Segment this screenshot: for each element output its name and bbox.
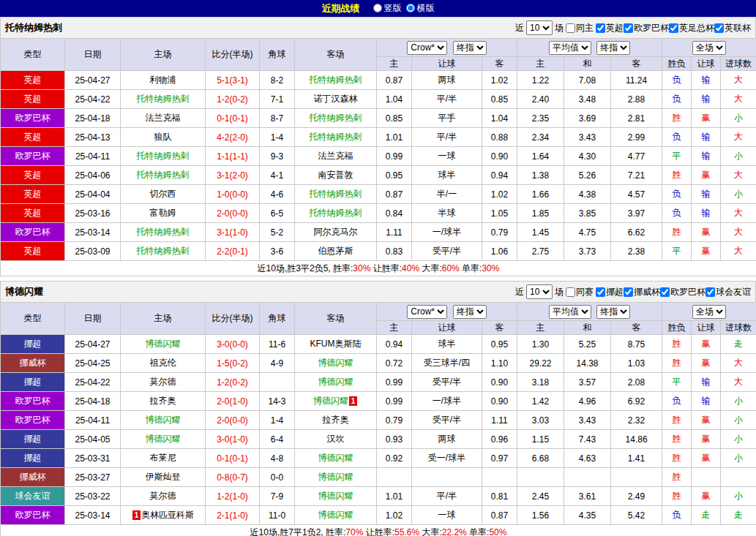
team-name[interactable]: 博德闪耀 <box>121 335 206 354</box>
same-filter[interactable]: 同主 <box>566 22 594 34</box>
team-name[interactable]: 托特纳姆热刺 <box>121 166 206 185</box>
avg-select[interactable]: 平均值 <box>549 305 591 319</box>
league-filter[interactable]: 英联杯 <box>714 22 751 34</box>
avg-select[interactable]: 平均值 <box>549 41 591 55</box>
league-filter[interactable]: 欧罗巴杯 <box>660 286 706 298</box>
team-name[interactable]: 祖克伦 <box>121 354 206 373</box>
layout-option[interactable]: 竖版 <box>373 2 402 15</box>
scope-select[interactable]: 全场 <box>692 41 726 55</box>
team-name[interactable]: 拉齐奥 <box>121 392 206 411</box>
team-name[interactable]: 拉齐奥 <box>295 411 377 430</box>
odds-final-select[interactable]: 终指 <box>453 41 487 55</box>
team-name[interactable]: KFUM奥斯陆 <box>295 335 377 354</box>
league-checkbox[interactable] <box>624 287 633 297</box>
match-score[interactable]: 4-2(2-0) <box>206 128 260 147</box>
match-score[interactable]: 2-0(0-0) <box>206 204 260 223</box>
team-name[interactable]: 博德闪耀 <box>121 430 206 449</box>
result-goals: 大 <box>721 166 756 185</box>
team-name[interactable]: 博德闪耀 <box>295 506 377 525</box>
league-filter[interactable]: 挪超 <box>596 286 624 298</box>
team-name[interactable]: 切尔西 <box>121 185 206 204</box>
match-score[interactable]: 1-2(1-0) <box>206 487 260 506</box>
team-name[interactable]: 南安普敦 <box>295 166 377 185</box>
league-checkbox[interactable] <box>706 287 715 297</box>
same-checkbox[interactable] <box>566 287 575 297</box>
team-name[interactable]: 法兰克福 <box>121 109 206 128</box>
team-name[interactable]: 博德闪耀1 <box>295 392 377 411</box>
layout-radio[interactable] <box>373 4 382 12</box>
team-name[interactable]: 托特纳姆热刺 <box>121 147 206 166</box>
team-name[interactable]: 博德闪耀 <box>121 411 206 430</box>
team-name[interactable]: 托特纳姆热刺 <box>295 109 377 128</box>
team-name[interactable]: 托特纳姆热刺 <box>121 90 206 109</box>
team-name[interactable]: 1奥林匹亚科斯 <box>121 506 206 525</box>
match-score[interactable]: 3-0(0-0) <box>206 335 260 354</box>
games-count-select[interactable]: 10 <box>526 20 553 35</box>
team-name[interactable]: 伯恩茅斯 <box>295 242 377 261</box>
match-score[interactable]: 1-1(1-1) <box>206 147 260 166</box>
team-name[interactable]: 阿尔克马尔 <box>295 223 377 242</box>
team-name[interactable]: 狼队 <box>121 128 206 147</box>
odds-company-select[interactable]: Crow* <box>407 41 447 55</box>
league-checkbox[interactable] <box>624 23 633 33</box>
league-filter[interactable]: 英超 <box>596 22 624 34</box>
team-name[interactable]: 博德闪耀 <box>295 449 377 468</box>
team-name[interactable]: 法兰克福 <box>295 147 377 166</box>
team-name[interactable]: 托特纳姆热刺 <box>121 242 206 261</box>
match-score[interactable]: 2-0(1-0) <box>206 392 260 411</box>
team-name[interactable]: 博德闪耀 <box>295 354 377 373</box>
layout-radio[interactable] <box>406 4 415 12</box>
team-name[interactable]: 博德闪耀 <box>295 373 377 392</box>
odds-final-select[interactable]: 终指 <box>453 305 487 319</box>
team-name[interactable]: 托特纳姆热刺 <box>295 71 377 90</box>
team-name[interactable]: 莫尔德 <box>121 373 206 392</box>
league-filter[interactable]: 挪威杯 <box>624 286 660 298</box>
match-score[interactable]: 0-1(0-1) <box>206 109 260 128</box>
same-filter[interactable]: 同赛 <box>566 286 594 298</box>
league-checkbox[interactable] <box>714 23 724 33</box>
team-name[interactable]: 博德闪耀 <box>295 468 377 487</box>
summary-part: 70% <box>345 527 363 536</box>
match-score[interactable]: 0-1(0-1) <box>206 449 260 468</box>
team-name[interactable]: 托特纳姆热刺 <box>295 128 377 147</box>
league-checkbox[interactable] <box>596 287 605 297</box>
match-score[interactable]: 1-5(0-2) <box>206 354 260 373</box>
avg-final-select[interactable]: 终指 <box>596 41 630 55</box>
team-name[interactable]: 利物浦 <box>121 71 206 90</box>
match-score[interactable]: 3-1(2-0) <box>206 166 260 185</box>
match-score[interactable]: 1-0(0-0) <box>206 185 260 204</box>
avg-final-select[interactable]: 终指 <box>596 305 630 319</box>
match-score[interactable]: 1-2(0-2) <box>206 373 260 392</box>
league-checkbox[interactable] <box>596 23 605 33</box>
odds-company-select[interactable]: Crow* <box>407 305 447 319</box>
league-checkbox[interactable] <box>660 287 670 297</box>
team-name[interactable]: 汉坎 <box>295 430 377 449</box>
team-name[interactable]: 伊斯灿登 <box>121 468 206 487</box>
team-name[interactable]: 托特纳姆热刺 <box>295 185 377 204</box>
match-score[interactable]: 2-0(0-0) <box>206 411 260 430</box>
match-score[interactable]: 0-8(0-7) <box>206 468 260 487</box>
team-name[interactable]: 托特纳姆热刺 <box>121 223 206 242</box>
team-name[interactable]: 布莱尼 <box>121 449 206 468</box>
league-checkbox[interactable] <box>669 23 678 33</box>
match-score[interactable]: 2-1(1-0) <box>206 506 260 525</box>
scope-select[interactable]: 全场 <box>692 305 726 319</box>
match-score[interactable]: 2-2(0-1) <box>206 242 260 261</box>
team-name[interactable]: 诺丁汉森林 <box>295 90 377 109</box>
odds-value: 0.94 <box>377 335 412 354</box>
league-filter[interactable]: 欧罗巴杯 <box>624 22 669 34</box>
league-filter[interactable]: 球会友谊 <box>706 286 751 298</box>
match-score[interactable]: 3-1(1-0) <box>206 223 260 242</box>
games-count-select[interactable]: 10 <box>526 284 553 299</box>
layout-option[interactable]: 横版 <box>406 2 435 15</box>
match-score[interactable]: 1-2(0-2) <box>206 90 260 109</box>
team-name[interactable]: 博德闪耀 <box>295 487 377 506</box>
team-name[interactable]: 莫尔德 <box>121 487 206 506</box>
match-score[interactable]: 3-0(1-0) <box>206 430 260 449</box>
same-checkbox[interactable] <box>566 23 575 33</box>
team-name[interactable]: 托特纳姆热刺 <box>295 204 377 223</box>
odds-value: 1.56 <box>517 506 564 525</box>
team-name[interactable]: 富勒姆 <box>121 204 206 223</box>
match-score[interactable]: 5-1(3-1) <box>206 71 260 90</box>
league-filter[interactable]: 英足总杯 <box>669 22 714 34</box>
